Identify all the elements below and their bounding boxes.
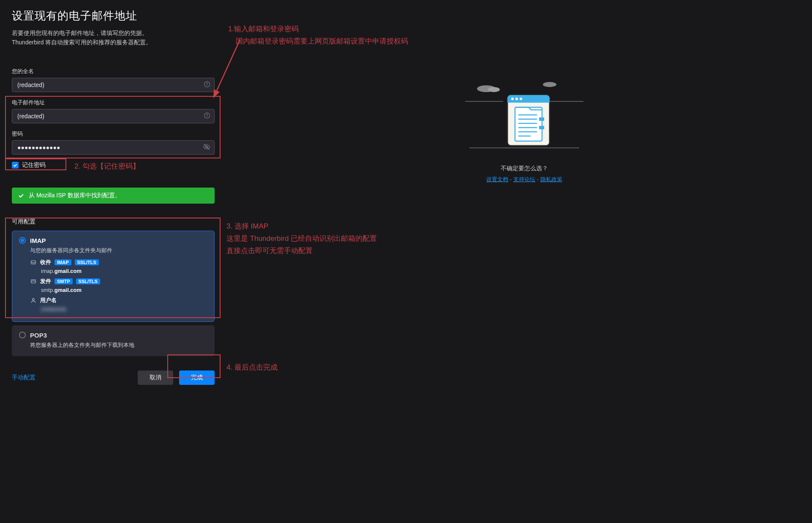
help-illustration: 不确定要怎么选？ 设置文档 - 支持论坛 - 隐私政策 xyxy=(457,80,592,183)
svg-rect-30 xyxy=(539,117,544,121)
annotation-1: 1.输入邮箱和登录密码 国内邮箱登录密码需要上网页版邮箱设置中申请授权码 xyxy=(228,23,408,48)
cancel-button[interactable]: 取消 xyxy=(138,370,173,385)
config-option-imap[interactable]: IMAP 与您的服务器同步各文件夹与邮件 收件 IMAP SSL/TLS ima… xyxy=(12,231,215,322)
support-forum-link[interactable]: 支持论坛 xyxy=(513,176,535,183)
email-label: 电子邮件地址 xyxy=(12,99,215,106)
available-config-label: 可用配置 xyxy=(12,218,215,226)
radio-pop3[interactable] xyxy=(19,332,26,338)
svg-point-21 xyxy=(515,98,518,100)
manual-config-link[interactable]: 手动配置 xyxy=(12,374,35,381)
incoming-host: imap.gmail.com xyxy=(41,268,207,274)
outbox-icon xyxy=(30,278,37,284)
svg-point-2 xyxy=(207,82,207,83)
svg-point-22 xyxy=(520,98,522,100)
help-links: 设置文档 - 支持论坛 - 隐私政策 xyxy=(486,176,562,183)
username-value: (redacted) xyxy=(41,306,207,312)
annotation-2: 2. 勾选【记住密码】 xyxy=(74,161,140,173)
svg-rect-31 xyxy=(539,126,544,129)
info-icon xyxy=(204,112,210,120)
success-banner: 从 Mozilla ISP 数据库中找到配置。 xyxy=(12,188,215,204)
svg-point-5 xyxy=(207,114,207,114)
radio-imap[interactable] xyxy=(19,237,26,244)
password-label: 密码 xyxy=(12,130,215,138)
done-button[interactable]: 完成 xyxy=(179,370,215,385)
password-input[interactable] xyxy=(12,140,215,155)
fullname-label: 您的全名 xyxy=(12,68,215,75)
help-unsure-text: 不确定要怎么选？ xyxy=(501,165,548,172)
privacy-policy-link[interactable]: 隐私政策 xyxy=(540,176,562,183)
svg-point-20 xyxy=(511,98,514,100)
inbox-icon xyxy=(30,259,37,265)
svg-rect-19 xyxy=(507,100,550,103)
eye-off-icon[interactable] xyxy=(203,143,210,152)
outgoing-host: smtp.gmail.com xyxy=(41,287,207,293)
svg-point-13 xyxy=(543,82,556,87)
user-icon xyxy=(30,297,37,303)
info-icon xyxy=(204,81,210,89)
remember-password-checkbox[interactable] xyxy=(12,162,19,169)
svg-point-10 xyxy=(33,298,35,300)
svg-point-12 xyxy=(488,87,500,92)
email-input[interactable] xyxy=(12,109,215,123)
remember-password-label: 记住密码 xyxy=(22,161,46,169)
fullname-input[interactable] xyxy=(12,78,215,92)
setup-doc-link[interactable]: 设置文档 xyxy=(486,176,508,183)
config-option-pop3[interactable]: POP3 将您服务器上的各文件夹与邮件下载到本地 xyxy=(12,325,215,356)
page-title: 设置现有的电子邮件地址 xyxy=(12,8,215,23)
page-subtitle: 若要使用您现有的电子邮件地址，请填写您的凭据。 Thunderbird 将自动搜… xyxy=(12,28,215,47)
